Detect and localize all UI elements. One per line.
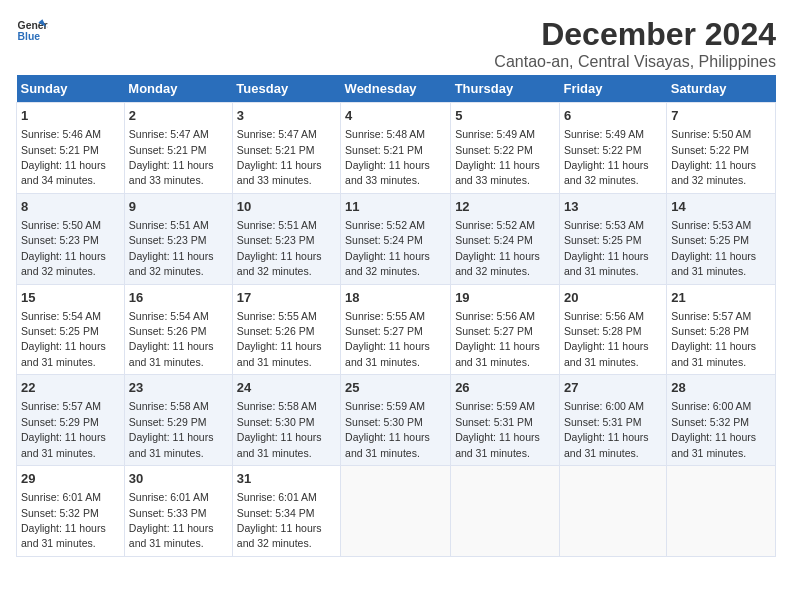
day-number: 26 <box>455 379 555 397</box>
daylight-text: Daylight: 11 hours and 31 minutes. <box>671 340 756 367</box>
calendar-cell <box>451 466 560 557</box>
sunrise-text: Sunrise: 6:00 AM <box>671 400 751 412</box>
calendar-cell: 16Sunrise: 5:54 AMSunset: 5:26 PMDayligh… <box>124 284 232 375</box>
calendar-cell: 8Sunrise: 5:50 AMSunset: 5:23 PMDaylight… <box>17 193 125 284</box>
daylight-text: Daylight: 11 hours and 32 minutes. <box>671 159 756 186</box>
daylight-text: Daylight: 11 hours and 31 minutes. <box>237 340 322 367</box>
sunrise-text: Sunrise: 5:46 AM <box>21 128 101 140</box>
calendar-cell: 24Sunrise: 5:58 AMSunset: 5:30 PMDayligh… <box>232 375 340 466</box>
calendar-cell: 17Sunrise: 5:55 AMSunset: 5:26 PMDayligh… <box>232 284 340 375</box>
calendar-cell: 13Sunrise: 5:53 AMSunset: 5:25 PMDayligh… <box>559 193 666 284</box>
sunrise-text: Sunrise: 5:52 AM <box>345 219 425 231</box>
subtitle: Cantao-an, Central Visayas, Philippines <box>494 53 776 71</box>
sunrise-text: Sunrise: 6:01 AM <box>21 491 101 503</box>
calendar-cell: 19Sunrise: 5:56 AMSunset: 5:27 PMDayligh… <box>451 284 560 375</box>
sunrise-text: Sunrise: 5:53 AM <box>671 219 751 231</box>
sunset-text: Sunset: 5:24 PM <box>345 234 423 246</box>
calendar-table: SundayMondayTuesdayWednesdayThursdayFrid… <box>16 75 776 557</box>
day-number: 10 <box>237 198 336 216</box>
daylight-text: Daylight: 11 hours and 31 minutes. <box>564 250 649 277</box>
sunset-text: Sunset: 5:23 PM <box>21 234 99 246</box>
daylight-text: Daylight: 11 hours and 32 minutes. <box>129 250 214 277</box>
calendar-week-row: 15Sunrise: 5:54 AMSunset: 5:25 PMDayligh… <box>17 284 776 375</box>
day-number: 1 <box>21 107 120 125</box>
daylight-text: Daylight: 11 hours and 33 minutes. <box>345 159 430 186</box>
daylight-text: Daylight: 11 hours and 31 minutes. <box>455 340 540 367</box>
daylight-text: Daylight: 11 hours and 32 minutes. <box>237 250 322 277</box>
sunset-text: Sunset: 5:25 PM <box>564 234 642 246</box>
sunrise-text: Sunrise: 5:56 AM <box>455 310 535 322</box>
daylight-text: Daylight: 11 hours and 31 minutes. <box>345 340 430 367</box>
sunset-text: Sunset: 5:23 PM <box>237 234 315 246</box>
calendar-header-row: SundayMondayTuesdayWednesdayThursdayFrid… <box>17 75 776 103</box>
sunrise-text: Sunrise: 6:01 AM <box>129 491 209 503</box>
day-number: 23 <box>129 379 228 397</box>
day-number: 20 <box>564 289 662 307</box>
day-number: 7 <box>671 107 771 125</box>
sunrise-text: Sunrise: 5:51 AM <box>129 219 209 231</box>
sunrise-text: Sunrise: 5:47 AM <box>129 128 209 140</box>
sunset-text: Sunset: 5:31 PM <box>455 416 533 428</box>
daylight-text: Daylight: 11 hours and 33 minutes. <box>455 159 540 186</box>
sunset-text: Sunset: 5:29 PM <box>129 416 207 428</box>
calendar-cell: 14Sunrise: 5:53 AMSunset: 5:25 PMDayligh… <box>667 193 776 284</box>
sunrise-text: Sunrise: 5:49 AM <box>455 128 535 140</box>
calendar-cell: 22Sunrise: 5:57 AMSunset: 5:29 PMDayligh… <box>17 375 125 466</box>
day-number: 6 <box>564 107 662 125</box>
sunrise-text: Sunrise: 5:49 AM <box>564 128 644 140</box>
sunset-text: Sunset: 5:25 PM <box>21 325 99 337</box>
daylight-text: Daylight: 11 hours and 32 minutes. <box>455 250 540 277</box>
day-number: 17 <box>237 289 336 307</box>
header-saturday: Saturday <box>667 75 776 103</box>
sunset-text: Sunset: 5:21 PM <box>345 144 423 156</box>
sunset-text: Sunset: 5:33 PM <box>129 507 207 519</box>
sunrise-text: Sunrise: 5:59 AM <box>455 400 535 412</box>
day-number: 21 <box>671 289 771 307</box>
header-friday: Friday <box>559 75 666 103</box>
calendar-cell: 6Sunrise: 5:49 AMSunset: 5:22 PMDaylight… <box>559 103 666 194</box>
daylight-text: Daylight: 11 hours and 33 minutes. <box>129 159 214 186</box>
calendar-week-row: 8Sunrise: 5:50 AMSunset: 5:23 PMDaylight… <box>17 193 776 284</box>
sunrise-text: Sunrise: 5:55 AM <box>345 310 425 322</box>
calendar-cell: 30Sunrise: 6:01 AMSunset: 5:33 PMDayligh… <box>124 466 232 557</box>
sunset-text: Sunset: 5:23 PM <box>129 234 207 246</box>
calendar-cell: 20Sunrise: 5:56 AMSunset: 5:28 PMDayligh… <box>559 284 666 375</box>
calendar-cell: 10Sunrise: 5:51 AMSunset: 5:23 PMDayligh… <box>232 193 340 284</box>
calendar-week-row: 22Sunrise: 5:57 AMSunset: 5:29 PMDayligh… <box>17 375 776 466</box>
header-monday: Monday <box>124 75 232 103</box>
day-number: 28 <box>671 379 771 397</box>
calendar-cell: 31Sunrise: 6:01 AMSunset: 5:34 PMDayligh… <box>232 466 340 557</box>
sunrise-text: Sunrise: 5:58 AM <box>237 400 317 412</box>
sunset-text: Sunset: 5:26 PM <box>237 325 315 337</box>
sunrise-text: Sunrise: 5:58 AM <box>129 400 209 412</box>
day-number: 30 <box>129 470 228 488</box>
daylight-text: Daylight: 11 hours and 32 minutes. <box>345 250 430 277</box>
calendar-cell <box>559 466 666 557</box>
day-number: 14 <box>671 198 771 216</box>
sunrise-text: Sunrise: 5:53 AM <box>564 219 644 231</box>
day-number: 15 <box>21 289 120 307</box>
calendar-cell: 27Sunrise: 6:00 AMSunset: 5:31 PMDayligh… <box>559 375 666 466</box>
daylight-text: Daylight: 11 hours and 31 minutes. <box>564 431 649 458</box>
sunrise-text: Sunrise: 6:00 AM <box>564 400 644 412</box>
sunrise-text: Sunrise: 5:54 AM <box>129 310 209 322</box>
sunset-text: Sunset: 5:25 PM <box>671 234 749 246</box>
daylight-text: Daylight: 11 hours and 31 minutes. <box>671 250 756 277</box>
day-number: 27 <box>564 379 662 397</box>
daylight-text: Daylight: 11 hours and 32 minutes. <box>237 522 322 549</box>
calendar-cell: 18Sunrise: 5:55 AMSunset: 5:27 PMDayligh… <box>341 284 451 375</box>
daylight-text: Daylight: 11 hours and 31 minutes. <box>21 522 106 549</box>
sunrise-text: Sunrise: 5:57 AM <box>671 310 751 322</box>
calendar-cell: 11Sunrise: 5:52 AMSunset: 5:24 PMDayligh… <box>341 193 451 284</box>
sunrise-text: Sunrise: 5:51 AM <box>237 219 317 231</box>
calendar-cell: 29Sunrise: 6:01 AMSunset: 5:32 PMDayligh… <box>17 466 125 557</box>
sunset-text: Sunset: 5:30 PM <box>237 416 315 428</box>
header-thursday: Thursday <box>451 75 560 103</box>
daylight-text: Daylight: 11 hours and 32 minutes. <box>21 250 106 277</box>
daylight-text: Daylight: 11 hours and 31 minutes. <box>129 340 214 367</box>
svg-text:Blue: Blue <box>18 31 41 42</box>
sunrise-text: Sunrise: 5:47 AM <box>237 128 317 140</box>
sunrise-text: Sunrise: 5:54 AM <box>21 310 101 322</box>
day-number: 3 <box>237 107 336 125</box>
daylight-text: Daylight: 11 hours and 31 minutes. <box>345 431 430 458</box>
